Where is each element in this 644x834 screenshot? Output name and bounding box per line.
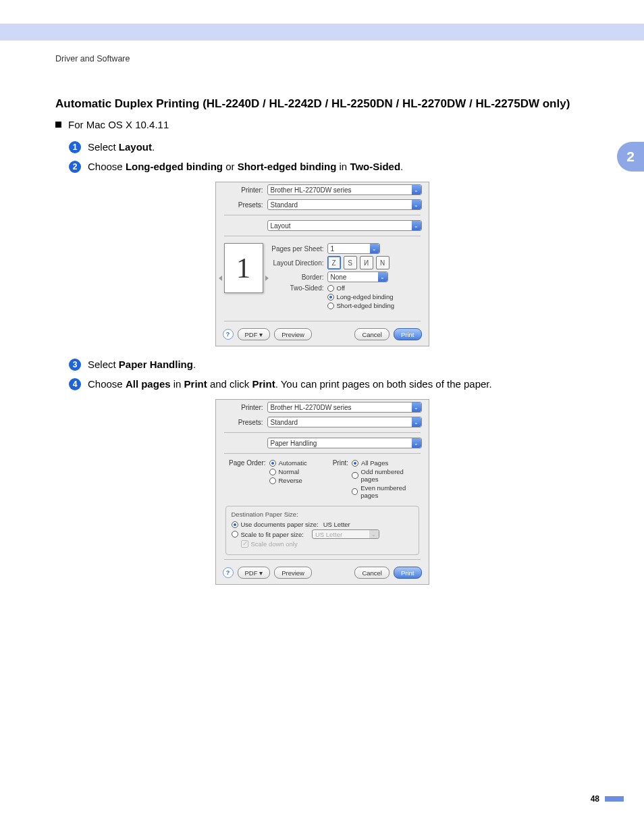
step3-pre: Select — [88, 359, 119, 370]
page-number: 48 — [591, 794, 624, 804]
scale-fit-value: US Letter — [315, 531, 342, 538]
po-normal-label: Normal — [279, 468, 300, 475]
layout-dir-2-icon[interactable]: S — [344, 256, 357, 269]
step-number-icon: 2 — [69, 161, 81, 173]
dropdown-cap-icon: ⌄ — [412, 438, 421, 448]
presets-label: Presets: — [223, 201, 267, 209]
os-line: For Mac OS X 10.4.11 — [55, 119, 589, 130]
help-icon[interactable]: ? — [223, 329, 234, 340]
printer-value: Brother HL-2270DW series — [271, 404, 352, 411]
page-title: Automatic Duplex Printing (HL-2240D / HL… — [55, 97, 589, 111]
two-sided-label: Two-Sided: — [270, 284, 327, 292]
pr-all-row[interactable]: All Pages — [352, 459, 419, 467]
pdf-button[interactable]: PDF ▾ — [238, 328, 271, 340]
chapter-tab: 2 — [617, 142, 644, 172]
step2-mid: or — [223, 161, 238, 172]
next-page-icon[interactable] — [265, 276, 269, 281]
pr-even-row[interactable]: Even numbered pages — [352, 484, 419, 499]
border-select[interactable]: None ⌄ — [327, 271, 388, 282]
two-sided-short-row[interactable]: Short-edged binding — [327, 302, 395, 309]
page-order-label: Page Order: — [225, 459, 269, 500]
divider — [224, 215, 421, 215]
page-number-bar-icon — [605, 796, 624, 802]
printer-select[interactable]: Brother HL-2270DW series ⌄ — [267, 402, 422, 413]
po-auto-label: Automatic — [279, 459, 307, 467]
presets-select[interactable]: Standard ⌄ — [267, 417, 422, 427]
po-normal-row[interactable]: Normal — [269, 468, 307, 475]
step4-b3: Print — [252, 378, 275, 390]
divider — [224, 236, 421, 236]
square-bullet-icon — [55, 122, 61, 128]
radio-icon — [269, 460, 276, 467]
two-sided-long-row[interactable]: Long-edged binding — [327, 293, 395, 301]
two-sided-off-row[interactable]: Off — [327, 284, 395, 292]
prev-page-icon[interactable] — [219, 276, 222, 281]
radio-icon — [327, 294, 334, 301]
step-3: 3 Select Paper Handling. — [69, 357, 589, 371]
use-doc-row[interactable]: Use documents paper size: US Letter — [232, 521, 413, 528]
radio-icon — [232, 521, 238, 528]
pr-odd-row[interactable]: Odd numbered pages — [352, 468, 419, 483]
help-icon[interactable]: ? — [223, 567, 234, 578]
pr-even-label: Even numbered pages — [360, 484, 419, 499]
print-button[interactable]: Print — [394, 567, 422, 579]
presets-value: Standard — [271, 201, 298, 209]
printer-select[interactable]: Brother HL-2270DW series ⌄ — [267, 184, 422, 195]
po-auto-row[interactable]: Automatic — [269, 459, 307, 467]
cancel-button[interactable]: Cancel — [354, 567, 390, 579]
step4-pre: Choose — [88, 378, 126, 390]
border-label: Border: — [270, 273, 327, 281]
pages-per-sheet-select[interactable]: 1 ⌄ — [327, 243, 380, 254]
pane-select[interactable]: Paper Handling ⌄ — [267, 438, 422, 448]
two-sided-long-label: Long-edged binding — [337, 293, 394, 301]
radio-icon — [269, 477, 276, 484]
dropdown-cap-icon: ⌄ — [378, 272, 387, 282]
two-sided-off-label: Off — [337, 284, 346, 292]
po-reverse-label: Reverse — [279, 477, 302, 484]
dropdown-cap-icon: ⌄ — [412, 185, 421, 194]
step4-mid2: and click — [207, 378, 252, 390]
step1-post: . — [152, 141, 155, 153]
two-sided-short-label: Short-edged binding — [337, 302, 395, 309]
page-preview: 1 — [224, 243, 263, 293]
cancel-button[interactable]: Cancel — [354, 328, 390, 340]
printer-label: Printer: — [223, 404, 267, 411]
step3-bold: Paper Handling — [119, 359, 193, 370]
step1-pre: Select — [88, 141, 119, 153]
printer-value: Brother HL-2270DW series — [271, 186, 352, 194]
pane-select[interactable]: Layout ⌄ — [267, 220, 422, 231]
dest-legend: Destination Paper Size: — [232, 511, 413, 518]
page-number-text: 48 — [591, 794, 599, 804]
preview-button[interactable]: Preview — [274, 567, 312, 579]
layout-dir-1-icon[interactable]: Z — [327, 256, 341, 269]
pane-value: Layout — [271, 222, 291, 230]
use-doc-value: US Letter — [323, 521, 350, 528]
scale-fit-row[interactable]: Scale to fit paper size: US Letter ⌄ — [232, 529, 413, 539]
print-button[interactable]: Print — [394, 328, 422, 340]
scale-fit-select: US Letter ⌄ — [312, 529, 379, 539]
divider — [224, 559, 421, 560]
radio-icon — [327, 303, 334, 309]
page-preview-box: 1 — [224, 243, 263, 313]
printer-label: Printer: — [223, 186, 267, 194]
scale-down-label: Scale down only — [251, 540, 298, 548]
top-band — [0, 24, 644, 41]
preview-button[interactable]: Preview — [274, 328, 312, 340]
divider — [224, 453, 421, 454]
pdf-button[interactable]: PDF ▾ — [238, 567, 271, 579]
pages-per-sheet-label: Pages per Sheet: — [270, 245, 327, 253]
layout-direction-buttons: Z S И N — [327, 256, 390, 269]
presets-select[interactable]: Standard ⌄ — [267, 199, 422, 210]
dropdown-cap-icon: ⌄ — [369, 530, 379, 538]
step2-post: . — [400, 161, 403, 172]
po-reverse-row[interactable]: Reverse — [269, 477, 307, 484]
radio-icon — [269, 469, 276, 475]
checkbox-icon: ✓ — [241, 540, 248, 548]
step2-pre: Choose — [88, 161, 126, 172]
use-doc-label: Use documents paper size: — [241, 521, 319, 528]
layout-dir-4-icon[interactable]: N — [376, 256, 390, 269]
pr-odd-label: Odd numbered pages — [361, 468, 419, 483]
step-4: 4 Choose All pages in Print and click Pr… — [69, 377, 589, 391]
layout-dir-3-icon[interactable]: И — [360, 256, 373, 269]
step3-post: . — [193, 359, 196, 370]
